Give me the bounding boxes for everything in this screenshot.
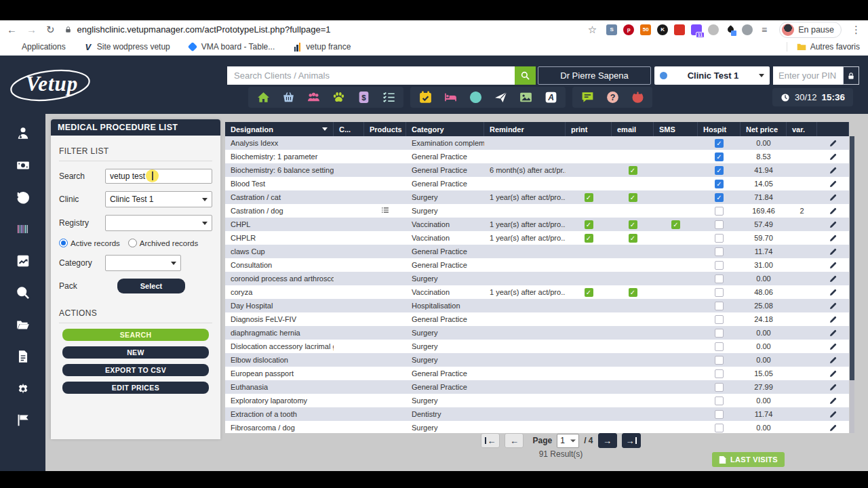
ext-cloud-icon[interactable]: 11 bbox=[691, 24, 702, 35]
ext-picker-icon[interactable] bbox=[725, 24, 736, 35]
table-scrollbar[interactable] bbox=[850, 136, 854, 433]
column-header-var.[interactable]: var. bbox=[787, 122, 817, 136]
files-icon[interactable] bbox=[16, 317, 31, 332]
browser-menu-icon[interactable]: ⋮ bbox=[851, 24, 861, 36]
edit-button[interactable] bbox=[829, 139, 837, 148]
barcode-icon[interactable] bbox=[16, 222, 31, 237]
clinic-selector[interactable]: Clinic Test 1 bbox=[654, 66, 770, 85]
green-check-icon[interactable]: ✓ bbox=[629, 288, 637, 297]
edit-button[interactable] bbox=[829, 342, 837, 351]
hospit-checkbox[interactable] bbox=[715, 356, 724, 365]
registry-select[interactable] bbox=[105, 215, 212, 231]
green-check-icon[interactable]: ✓ bbox=[585, 220, 593, 229]
new-button[interactable]: NEW bbox=[62, 346, 209, 359]
edit-button[interactable] bbox=[829, 220, 837, 229]
current-user-button[interactable]: Dr Pierre Sapena bbox=[538, 66, 651, 85]
column-header-C...[interactable]: C... bbox=[334, 122, 364, 136]
table-row[interactable]: Diagnosis FeLV-FIVGeneral Practice24.18 bbox=[225, 312, 849, 326]
ext-puzzle-icon[interactable] bbox=[742, 24, 753, 35]
green-check-icon[interactable]: ✓ bbox=[585, 288, 593, 297]
profile-chip[interactable]: En pause bbox=[779, 22, 842, 38]
edit-button[interactable] bbox=[829, 410, 837, 419]
global-search-input[interactable] bbox=[227, 66, 515, 85]
edit-button[interactable] bbox=[829, 396, 837, 405]
edit-button[interactable] bbox=[829, 329, 837, 338]
green-check-icon[interactable]: ✓ bbox=[671, 220, 680, 229]
edit-prices-button[interactable]: EDIT PRICES bbox=[62, 382, 209, 394]
hospit-checkbox[interactable] bbox=[715, 424, 724, 432]
hospit-checkbox[interactable] bbox=[715, 396, 724, 405]
logout-icon[interactable] bbox=[630, 90, 645, 105]
address-bar[interactable]: englishclinic.vetupmanager.com/actProtot… bbox=[64, 24, 578, 35]
edit-button[interactable] bbox=[829, 180, 837, 188]
pack-select-button[interactable]: Select bbox=[117, 279, 185, 293]
column-header-edit[interactable] bbox=[817, 122, 849, 136]
products-list-icon[interactable] bbox=[380, 205, 390, 216]
edit-button[interactable] bbox=[829, 166, 837, 175]
back-icon[interactable]: ← bbox=[7, 24, 17, 35]
edit-button[interactable] bbox=[829, 207, 837, 216]
next-page-button[interactable]: → bbox=[598, 433, 617, 448]
table-row[interactable]: Castration / catSurgery1 year(s) after a… bbox=[225, 190, 849, 204]
history-icon[interactable] bbox=[16, 190, 31, 205]
prev-page-button[interactable]: ← bbox=[505, 433, 524, 448]
hospit-checkbox[interactable] bbox=[715, 261, 724, 270]
column-header-Reminder[interactable]: Reminder bbox=[484, 122, 566, 136]
green-check-icon[interactable]: ✓ bbox=[629, 220, 637, 229]
animals-icon[interactable] bbox=[331, 90, 346, 105]
edit-button[interactable] bbox=[829, 369, 837, 378]
edit-button[interactable] bbox=[829, 288, 837, 297]
cash-icon[interactable] bbox=[16, 158, 31, 173]
table-row[interactable]: ConsultationGeneral Practice31.00 bbox=[225, 258, 849, 272]
edit-button[interactable] bbox=[829, 356, 837, 365]
statistics-icon[interactable] bbox=[16, 253, 31, 268]
messaging-icon[interactable] bbox=[493, 90, 508, 105]
column-header-Designation[interactable]: Designation bbox=[225, 122, 334, 136]
edit-button[interactable] bbox=[829, 315, 837, 324]
billing-icon[interactable]: $ bbox=[356, 90, 371, 105]
edit-button[interactable] bbox=[829, 274, 837, 283]
agenda-icon[interactable] bbox=[418, 90, 433, 105]
home-icon[interactable] bbox=[256, 90, 271, 105]
web-icon[interactable] bbox=[468, 90, 483, 105]
bookmark-item[interactable]: vetup france bbox=[292, 42, 351, 52]
table-row[interactable]: EuthanasiaGeneral Practice27.99 bbox=[225, 380, 849, 394]
bookmark-item[interactable]: VMA board - Table... bbox=[188, 42, 275, 52]
ext-shield-icon[interactable] bbox=[674, 24, 685, 35]
hospit-checkbox[interactable] bbox=[715, 220, 724, 229]
table-row[interactable]: Exploratory laparotomySurgery0.00 bbox=[225, 394, 849, 407]
table-row[interactable]: CHPLVaccination1 year(s) after act/pro..… bbox=[225, 218, 849, 231]
table-row[interactable]: European passportGeneral Practice15.05 bbox=[225, 367, 849, 380]
blue-check-icon[interactable]: ✓ bbox=[715, 180, 724, 188]
apps-icon[interactable]: A bbox=[543, 90, 558, 105]
column-header-Net price[interactable]: Net price bbox=[741, 122, 787, 136]
documents-icon[interactable] bbox=[16, 349, 31, 364]
edit-button[interactable] bbox=[829, 424, 837, 432]
column-header-SMS[interactable]: SMS bbox=[654, 122, 698, 136]
hospit-checkbox[interactable] bbox=[715, 315, 724, 324]
archived-records-radio[interactable] bbox=[128, 239, 137, 247]
table-row[interactable]: Dislocation accessory lacrimal gl...Surg… bbox=[225, 340, 849, 353]
edit-button[interactable] bbox=[829, 261, 837, 270]
ext-s-icon[interactable]: S bbox=[606, 24, 617, 35]
last-visits-button[interactable]: LAST VISITS bbox=[712, 452, 785, 467]
ext-power-icon[interactable] bbox=[708, 24, 719, 35]
table-row[interactable]: Blood TestGeneral Practice✓14.05 bbox=[225, 177, 849, 190]
hospit-checkbox[interactable] bbox=[715, 383, 724, 392]
bookmark-item[interactable]: Applications bbox=[8, 42, 66, 52]
table-row[interactable]: Elbow dislocationSurgery0.00 bbox=[225, 353, 849, 367]
hospit-checkbox[interactable] bbox=[715, 342, 724, 351]
category-select[interactable] bbox=[105, 255, 181, 271]
export-csv-button[interactable]: EXPORT TO CSV bbox=[62, 364, 209, 376]
table-row[interactable]: Castration / dogSurgery169.462 bbox=[225, 204, 849, 218]
search-icon[interactable] bbox=[16, 285, 31, 300]
filter-search-input[interactable] bbox=[105, 169, 212, 184]
global-search-button[interactable] bbox=[515, 66, 536, 85]
table-row[interactable]: Biochemistry: 6 balance settingsGeneral … bbox=[225, 163, 849, 177]
green-check-icon[interactable]: ✓ bbox=[629, 193, 637, 202]
active-records-radio[interactable] bbox=[59, 239, 68, 247]
staff-icon[interactable] bbox=[16, 126, 31, 141]
settings-icon[interactable] bbox=[16, 381, 31, 396]
ext-orange-icon[interactable]: 50 bbox=[640, 24, 651, 35]
hospit-checkbox[interactable] bbox=[715, 369, 724, 378]
